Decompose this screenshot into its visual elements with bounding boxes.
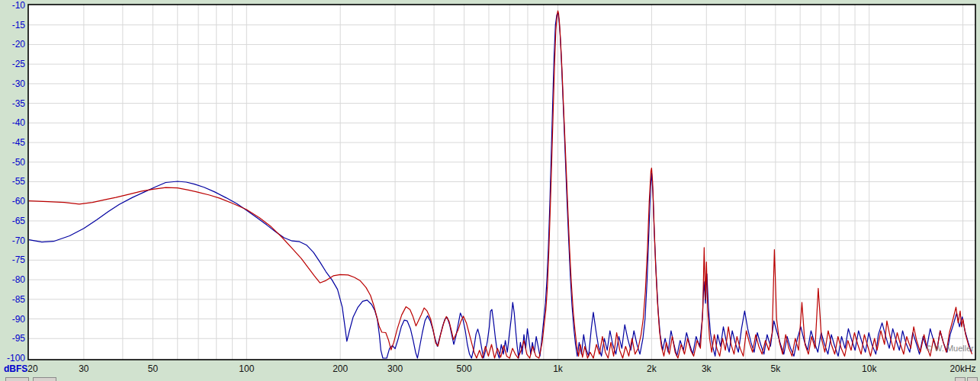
x-tick-label: 100 <box>239 364 254 374</box>
y-tick-label: -55 <box>1 177 25 186</box>
x-tick-label-20: 20 <box>27 363 37 374</box>
spectrum-plot <box>0 0 980 381</box>
y-tick-label: -75 <box>1 255 25 264</box>
y-tick-label: -90 <box>1 315 25 324</box>
y-tick-label: -45 <box>1 138 25 147</box>
x-tick-label: 5k <box>770 364 780 374</box>
x-tick-label: 500 <box>457 364 472 374</box>
clipped-button[interactable] <box>5 377 29 381</box>
clipped-button[interactable] <box>967 377 978 381</box>
x-axis-origin-label: dBFS20 <box>4 364 38 374</box>
clipped-button[interactable] <box>33 377 56 381</box>
y-tick-label: -65 <box>1 216 25 226</box>
y-tick-label: -95 <box>1 334 25 343</box>
y-tick-label: -35 <box>1 99 25 108</box>
y-tick-label: -80 <box>1 275 25 284</box>
y-tick-label: -60 <box>1 197 25 206</box>
watermark-text: © W. Mueller <box>926 344 974 353</box>
y-tick-label: -100 <box>1 354 25 363</box>
y-tick-label: -40 <box>1 118 25 127</box>
clipped-button[interactable] <box>955 377 966 381</box>
x-tick-label: 3k <box>702 364 712 374</box>
y-tick-label: -10 <box>1 1 25 10</box>
x-tick-label: 1k <box>553 364 563 374</box>
spectrum-analyzer-window: { "unit_label": "dBFS", "watermark": "© … <box>0 0 980 381</box>
dbfs-unit-label: dBFS <box>4 363 27 374</box>
x-tick-label: 50 <box>148 364 158 374</box>
y-tick-label: -20 <box>1 40 25 49</box>
x-tick-label: 30 <box>79 364 88 374</box>
x-tick-label: 300 <box>387 364 403 374</box>
y-tick-label: -85 <box>1 295 25 304</box>
x-tick-label: 10k <box>862 364 876 374</box>
y-tick-label: -30 <box>1 79 25 88</box>
x-tick-label: 20kHz <box>950 364 976 374</box>
x-tick-label: 200 <box>333 364 348 374</box>
y-tick-label: -70 <box>1 236 25 245</box>
y-tick-label: -50 <box>1 158 25 167</box>
x-tick-label: 2k <box>647 364 657 374</box>
y-tick-label: -15 <box>1 21 25 30</box>
y-tick-label: -25 <box>1 59 25 69</box>
